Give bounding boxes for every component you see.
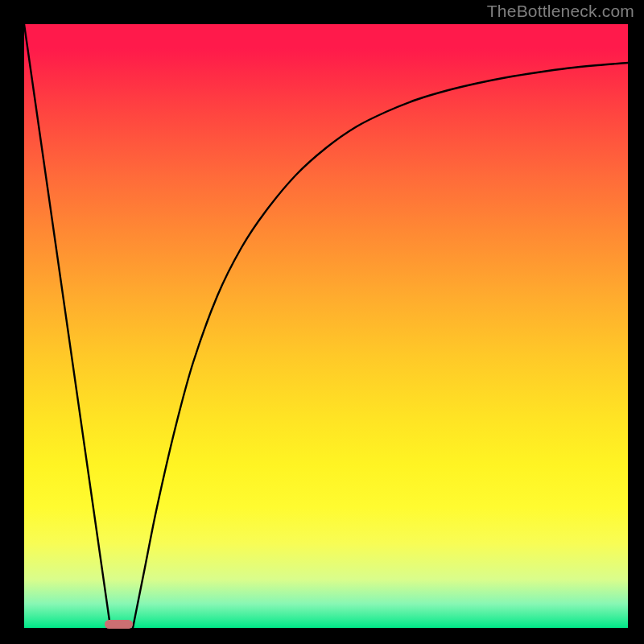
chart-frame: TheBottleneck.com (0, 0, 644, 644)
watermark-text: TheBottleneck.com (487, 2, 634, 21)
plot-area (24, 24, 628, 628)
baseline-marker (105, 620, 133, 629)
right-curve-path (133, 63, 628, 628)
left-line-path (24, 24, 110, 628)
curve-layer (24, 24, 628, 628)
